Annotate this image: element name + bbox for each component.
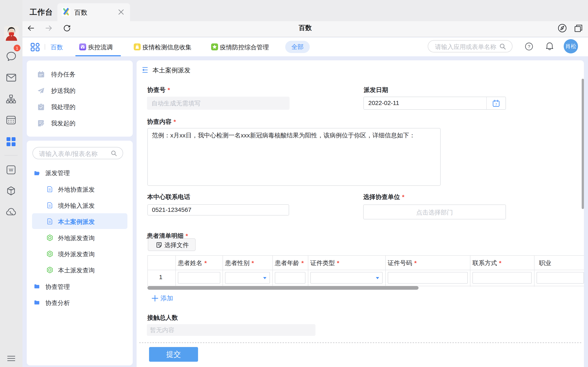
- svg-text:?: ?: [528, 44, 530, 49]
- svg-text:¥: ¥: [82, 47, 84, 49]
- svg-text:W: W: [9, 167, 13, 173]
- svg-text:7: 7: [495, 103, 497, 106]
